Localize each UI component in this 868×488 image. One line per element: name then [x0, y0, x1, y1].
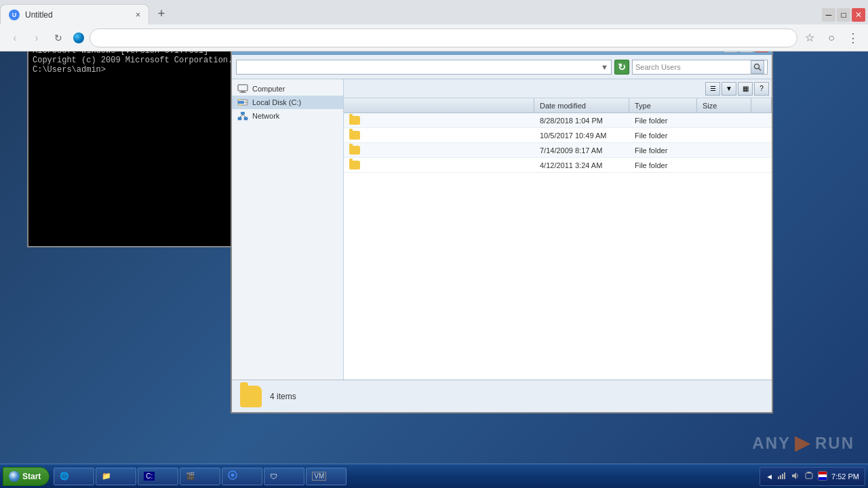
- watermark-text-left: ANY: [752, 434, 791, 453]
- col-header-extra: [751, 98, 772, 113]
- row-1-name: [344, 113, 534, 127]
- anyrun-watermark: ANY ▶ RUN: [752, 432, 854, 454]
- row-2-date: 10/5/2017 10:49 AM: [534, 128, 629, 142]
- svg-rect-1: [235, 43, 239, 45]
- row-4-name: [344, 158, 534, 172]
- list-view-button[interactable]: ☰: [705, 82, 720, 96]
- table-row[interactable]: 4/12/2011 3:24 AM File folder: [344, 158, 772, 173]
- sidebar-item-local-disk[interactable]: Local Disk (C:): [232, 96, 343, 109]
- row-2-extra: [751, 128, 772, 142]
- table-row[interactable]: 7/14/2009 8:17 AM File folder: [344, 143, 772, 158]
- view-toolbar: ☰ ▼ ▦ ?: [344, 79, 772, 98]
- chrome-taskbar-icon: [228, 470, 237, 482]
- start-label: Start: [22, 472, 41, 481]
- sidebar-computer-label: Computer: [252, 85, 285, 93]
- sidebar-local-disk-label: Local Disk (C:): [252, 98, 301, 106]
- explorer-table: Date modified Type Size 8/28/2018 1:04 P…: [344, 98, 772, 380]
- status-items-count: 4 items: [270, 392, 296, 401]
- svg-rect-12: [241, 112, 245, 115]
- svg-rect-30: [818, 474, 827, 477]
- vbox-icon: VM: [312, 472, 326, 481]
- tray-network-icon: [777, 471, 787, 482]
- svg-point-10: [239, 99, 240, 100]
- svg-line-16: [243, 115, 246, 117]
- folder-taskbar-icon: 📁: [102, 472, 111, 481]
- explorer-main: ☰ ▼ ▦ ? Date modified Type Size: [344, 79, 772, 380]
- tray-flag-icon: [818, 471, 827, 482]
- search-box[interactable]: [632, 60, 768, 75]
- tray-arrow-icon[interactable]: ◄: [766, 472, 773, 481]
- row-4-size: [697, 158, 751, 172]
- row-1-type: File folder: [629, 113, 697, 127]
- svg-rect-21: [778, 476, 779, 479]
- table-row[interactable]: 8/28/2018 1:04 PM File folder: [344, 113, 772, 128]
- search-button[interactable]: [751, 60, 764, 74]
- svg-rect-26: [806, 473, 812, 479]
- address-bar[interactable]: ▼: [236, 60, 612, 75]
- row-2-name: [344, 128, 534, 142]
- explorer-maximize-button[interactable]: □: [739, 41, 753, 53]
- svg-line-3: [759, 68, 762, 70]
- taskbar-item-av[interactable]: 🛡: [264, 468, 304, 485]
- sidebar-item-computer[interactable]: Computer: [232, 82, 343, 96]
- row-2-size: [697, 128, 751, 142]
- explorer-statusbar: 4 items: [232, 380, 772, 412]
- taskbar-item-folder[interactable]: 📁: [96, 468, 136, 485]
- status-folder-icon: [240, 386, 262, 407]
- svg-line-15: [240, 115, 243, 117]
- sidebar-item-network[interactable]: Network: [232, 109, 343, 123]
- row-3-type: File folder: [629, 143, 697, 157]
- taskbar-item-vbox[interactable]: VM: [306, 468, 347, 485]
- cmd-taskbar-icon: C:: [144, 472, 155, 481]
- svg-rect-23: [782, 474, 783, 479]
- svg-marker-25: [792, 472, 796, 479]
- svg-rect-14: [244, 117, 248, 120]
- svg-rect-5: [241, 91, 245, 92]
- folder-icon: [349, 116, 360, 125]
- taskbar-item-ie[interactable]: 🌐: [54, 468, 94, 485]
- folder-icon: [349, 146, 360, 155]
- explorer-body: Computer Local Disk (C:): [232, 79, 772, 380]
- svg-rect-11: [239, 105, 242, 106]
- explorer-titlebar: 0_Win32.msi _ □ ✕: [232, 39, 772, 55]
- explorer-window: 0_Win32.msi _ □ ✕ ▼ ↻: [231, 37, 773, 413]
- explorer-window-icon: [235, 42, 244, 52]
- watermark-text-right: RUN: [815, 434, 854, 453]
- address-dropdown-arrow[interactable]: ▼: [601, 63, 608, 71]
- table-row[interactable]: 10/5/2017 10:49 AM File folder: [344, 128, 772, 143]
- start-button[interactable]: Start: [3, 467, 50, 486]
- row-1-date: 8/28/2018 1:04 PM: [534, 113, 629, 127]
- sidebar-network-label: Network: [252, 112, 279, 120]
- svg-point-8: [245, 102, 248, 104]
- cmd-window-icon: C:: [31, 31, 41, 41]
- ie-icon: 🌐: [60, 472, 69, 481]
- explorer-minimize-button[interactable]: _: [724, 41, 738, 53]
- help-button[interactable]: ?: [754, 82, 769, 96]
- svg-point-2: [755, 64, 760, 68]
- explorer-window-title: 0_Win32.msi: [247, 43, 721, 51]
- col-header-size[interactable]: Size: [697, 98, 751, 113]
- view-dropdown-button[interactable]: ▼: [722, 82, 736, 96]
- layout-button[interactable]: ▦: [738, 82, 753, 96]
- col-header-name[interactable]: [344, 98, 534, 113]
- refresh-button[interactable]: ↻: [614, 60, 629, 75]
- explorer-close-button[interactable]: ✕: [755, 41, 769, 53]
- search-input[interactable]: [635, 63, 751, 71]
- col-header-date[interactable]: Date modified: [534, 98, 629, 113]
- taskbar: Start 🌐 📁 C: 🎬: [0, 464, 868, 488]
- explorer-controls: _ □ ✕: [724, 41, 769, 53]
- svg-rect-9: [238, 101, 244, 104]
- row-3-size: [697, 143, 751, 157]
- svg-rect-24: [784, 472, 785, 479]
- tray-extra-icon: [804, 471, 814, 482]
- taskbar-item-cmd[interactable]: C:: [138, 468, 178, 485]
- svg-point-20: [231, 474, 235, 477]
- table-header: Date modified Type Size: [344, 98, 772, 113]
- col-header-type[interactable]: Type: [629, 98, 697, 113]
- taskbar-item-chrome[interactable]: [222, 468, 262, 485]
- tray-time: 7:52 PM: [831, 472, 859, 481]
- row-4-extra: [751, 158, 772, 172]
- row-1-extra: [751, 113, 772, 127]
- windows-orb-icon: [9, 471, 20, 482]
- taskbar-item-media[interactable]: 🎬: [180, 468, 220, 485]
